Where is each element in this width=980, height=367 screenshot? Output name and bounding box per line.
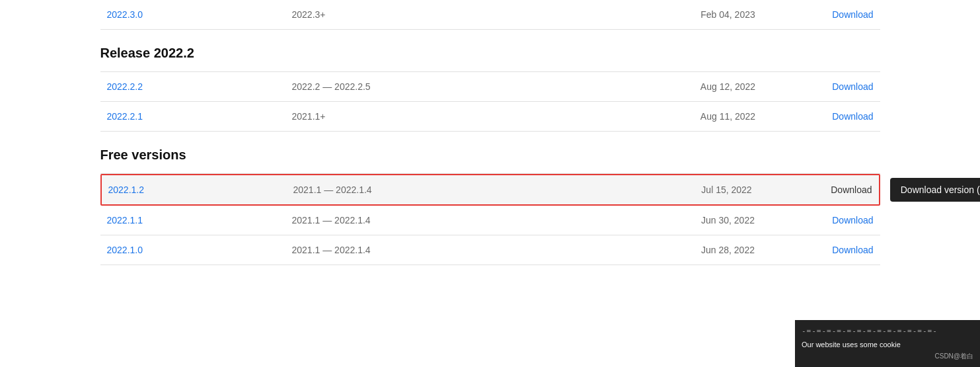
- table-row: 2022.2.2 2022.2 — 2022.2.5 Aug 12, 2022 …: [100, 72, 880, 102]
- download-cell: Download: [794, 81, 874, 92]
- download-tooltip: Download version (3.97MB): [890, 178, 980, 202]
- date-cell: Jul 15, 2022: [661, 184, 793, 195]
- download-cell: Download: [793, 184, 872, 195]
- version-link-2022-2-2[interactable]: 2022.2.2: [107, 81, 143, 92]
- top-download-link[interactable]: Download: [832, 9, 873, 20]
- version-cell: 2022.1.1: [107, 215, 292, 225]
- top-download-cell: Download: [794, 9, 874, 20]
- version-link-2022-2-1[interactable]: 2022.2.1: [107, 111, 143, 122]
- download-link-2022-2-2[interactable]: Download: [832, 81, 873, 92]
- table-row-highlighted: 2022.1.2 2021.1 — 2022.1.4 Jul 15, 2022 …: [100, 174, 880, 206]
- table-row: 2022.2.1 2021.1+ Aug 11, 2022 Download: [100, 102, 880, 132]
- download-link-2022-1-1[interactable]: Download: [832, 215, 873, 225]
- version-link-2022-1-1[interactable]: 2022.1.1: [107, 215, 143, 225]
- version-cell: 2022.2.2: [107, 81, 292, 92]
- date-cell: Aug 12, 2022: [662, 81, 794, 92]
- free-versions-heading: Free versions: [100, 132, 880, 173]
- download-link-2022-1-0[interactable]: Download: [832, 245, 873, 255]
- download-cell: Download: [794, 215, 874, 225]
- release-2022-2-heading: Release 2022.2: [100, 30, 880, 71]
- version-cell: 2022.1.2: [108, 184, 293, 195]
- date-cell: Jun 28, 2022: [662, 245, 794, 255]
- compat-cell: 2021.1+: [292, 111, 662, 122]
- download-cell: Download: [794, 111, 874, 122]
- top-compat-cell: 2022.3+: [292, 9, 662, 20]
- top-version-cell: 2022.3.0: [107, 9, 292, 20]
- date-cell: Aug 11, 2022: [662, 111, 794, 122]
- compat-cell: 2022.2 — 2022.2.5: [292, 81, 662, 92]
- download-cell: Download: [794, 245, 874, 255]
- top-date-cell: Feb 04, 2023: [662, 9, 794, 20]
- table-row: 2022.1.0 2021.1 — 2022.1.4 Jun 28, 2022 …: [100, 235, 880, 265]
- version-cell: 2022.1.0: [107, 245, 292, 255]
- top-partial-row: 2022.3.0 2022.3+ Feb 04, 2023 Download: [100, 0, 880, 30]
- version-link-2022-1-0[interactable]: 2022.1.0: [107, 245, 143, 255]
- version-cell: 2022.2.1: [107, 111, 292, 122]
- compat-cell: 2021.1 — 2022.1.4: [293, 184, 661, 195]
- table-row: 2022.1.1 2021.1 — 2022.1.4 Jun 30, 2022 …: [100, 206, 880, 235]
- download-link-2022-1-2[interactable]: Download: [831, 184, 872, 195]
- compat-cell: 2021.1 — 2022.1.4: [292, 215, 662, 225]
- compat-cell: 2021.1 — 2022.1.4: [292, 245, 662, 255]
- date-cell: Jun 30, 2022: [662, 215, 794, 225]
- top-version-link[interactable]: 2022.3.0: [107, 9, 143, 20]
- version-link-2022-1-2[interactable]: 2022.1.2: [108, 184, 145, 195]
- download-link-2022-2-1[interactable]: Download: [832, 111, 873, 122]
